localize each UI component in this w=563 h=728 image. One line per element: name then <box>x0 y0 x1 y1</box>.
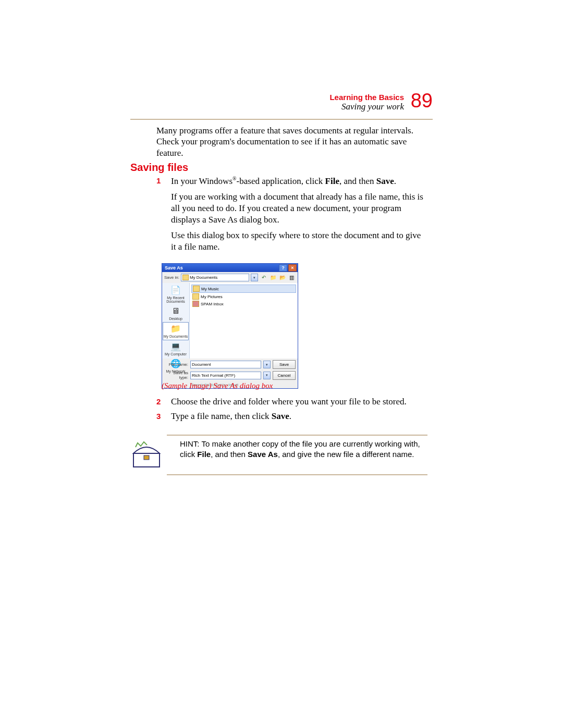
hint-treasure-icon <box>130 438 163 470</box>
save-as-dialog-image: Save As ? × Save in: My Documents ▾ ↶ 📁 … <box>162 263 298 389</box>
place-label: My Computer <box>165 352 187 356</box>
desktop-icon: 🖥 <box>170 306 181 316</box>
dialog-title: Save As <box>163 265 278 270</box>
step-1: 1 In your Windows®-based application, cl… <box>156 175 427 257</box>
saveastype-value: Rich Text Format (RTF) <box>192 373 235 378</box>
chevron-down-icon[interactable]: ▾ <box>263 361 271 368</box>
up-one-level-icon[interactable]: 📁 <box>269 274 277 281</box>
text: -based application, click <box>237 176 325 186</box>
file-menu-label: File <box>325 176 339 186</box>
savein-value: My Documents <box>190 275 217 280</box>
dialog-body: 📄 My Recent Documents 🖥 Desktop 📁 My Doc… <box>162 283 298 359</box>
place-label: My Recent Documents <box>166 296 185 303</box>
step-body: Choose the drive and folder where you wa… <box>171 396 407 408</box>
folder-icon <box>192 301 199 307</box>
step-2: 2 Choose the drive and folder where you … <box>156 396 427 408</box>
list-item[interactable]: My Music <box>191 285 296 293</box>
list-item[interactable]: SPAM Inbox <box>191 300 296 307</box>
dialog-titlebar: Save As ? × <box>162 264 298 272</box>
file-name: SPAM Inbox <box>201 302 224 306</box>
views-icon[interactable]: ▥ <box>288 274 296 281</box>
registered-symbol: ® <box>232 176 237 181</box>
place-label: My Documents <box>164 335 188 338</box>
filename-label: File name: <box>164 362 188 367</box>
figure-caption: (Sample Image) Save As dialog box <box>162 381 273 390</box>
intro-paragraph: Many programs offer a feature that saves… <box>156 125 427 158</box>
step-1-p3: Use this dialog box to specify where to … <box>171 230 427 253</box>
dialog-toolbar: Save in: My Documents ▾ ↶ 📁 📂 ▥ <box>162 272 298 283</box>
places-bar: 📄 My Recent Documents 🖥 Desktop 📁 My Doc… <box>162 283 190 359</box>
step-body: In your Windows®-based application, clic… <box>171 175 427 257</box>
step-number: 2 <box>156 396 171 408</box>
page-number: 89 <box>411 90 433 112</box>
text: Type a file name, then click <box>171 411 272 421</box>
step-number: 1 <box>156 175 171 257</box>
file-name: My Pictures <box>201 294 223 299</box>
section-heading: Saving files <box>130 162 188 174</box>
save-button[interactable]: Save <box>273 360 296 369</box>
step-list-lower: 2 Choose the drive and folder where you … <box>156 396 427 425</box>
chevron-down-icon[interactable]: ▾ <box>251 274 258 281</box>
saveastype-select[interactable]: Rich Text Format (RTF) <box>190 372 261 379</box>
dialog-footer: File name: Document ▾ Save Save as type:… <box>162 359 298 383</box>
recent-documents-icon: 📄 <box>170 286 181 295</box>
step-body: Type a file name, then click Save. <box>171 411 291 422</box>
hint-divider-top <box>167 435 427 436</box>
my-documents-icon: 📁 <box>170 324 181 334</box>
step-1-p2: If you are working with a document that … <box>171 191 427 226</box>
save-label: Save <box>272 411 289 421</box>
hint-divider-bottom <box>167 474 427 475</box>
document-page: Learning the Basics Saving your work 89 … <box>0 0 563 728</box>
help-icon[interactable]: ? <box>279 264 287 272</box>
svg-rect-1 <box>144 455 149 460</box>
file-list[interactable]: My Music My Pictures SPAM Inbox <box>190 283 298 359</box>
text: . <box>289 411 291 421</box>
list-item[interactable]: My Pictures <box>191 293 296 300</box>
text: . <box>394 176 396 186</box>
filename-value: Document <box>192 362 211 367</box>
folder-icon <box>192 293 199 300</box>
text: In your Windows <box>171 176 232 186</box>
file-name: My Music <box>201 287 219 291</box>
step-3: 3 Type a file name, then click Save. <box>156 411 427 422</box>
saveastype-label: Save as type: <box>164 371 188 380</box>
my-computer-icon: 💻 <box>170 342 181 351</box>
header-divider <box>130 119 433 120</box>
save-as-dialog: Save As ? × Save in: My Documents ▾ ↶ 📁 … <box>162 263 298 389</box>
place-recent[interactable]: 📄 My Recent Documents <box>163 284 188 305</box>
place-mycomputer[interactable]: 💻 My Computer <box>163 340 188 357</box>
hint-text: HINT: To make another copy of the file y… <box>180 439 422 459</box>
savein-label: Save in: <box>164 275 179 280</box>
folder-icon <box>193 286 200 292</box>
cancel-button[interactable]: Cancel <box>273 371 296 380</box>
section-subtitle: Saving your work <box>329 102 404 112</box>
page-header: Learning the Basics Saving your work <box>329 93 404 112</box>
filename-input[interactable]: Document <box>190 361 261 368</box>
save-label: Save <box>376 176 394 186</box>
chapter-title: Learning the Basics <box>329 93 404 102</box>
place-desktop[interactable]: 🖥 Desktop <box>163 305 188 322</box>
place-label: Desktop <box>169 317 182 320</box>
caption-text: Sample Image) Save As dialog box <box>164 381 273 390</box>
text: , and then <box>211 450 248 459</box>
file-menu-label: File <box>197 450 211 459</box>
back-icon[interactable]: ↶ <box>260 274 267 281</box>
chevron-down-icon[interactable]: ▾ <box>263 372 271 379</box>
new-folder-icon[interactable]: 📂 <box>278 274 286 281</box>
place-mydocuments[interactable]: 📁 My Documents <box>163 322 189 340</box>
close-icon[interactable]: × <box>288 264 297 272</box>
text: , and then <box>339 176 376 186</box>
text: , and give the new file a different name… <box>278 450 414 459</box>
step-number: 3 <box>156 411 171 422</box>
step-list-upper: 1 In your Windows®-based application, cl… <box>156 175 427 260</box>
saveas-label: Save As <box>248 450 278 459</box>
folder-icon <box>182 275 189 280</box>
savein-combo[interactable]: My Documents <box>181 274 249 281</box>
